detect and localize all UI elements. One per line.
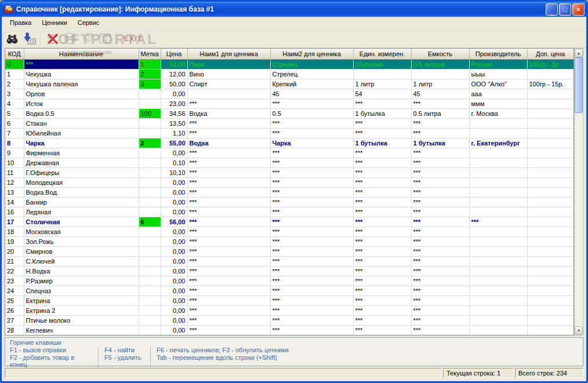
cell-unit[interactable]: *** (353, 315, 411, 325)
cell-name[interactable]: Кеглевич (24, 325, 139, 335)
cell-unit[interactable]: *** (353, 118, 411, 128)
cell-naim2[interactable]: 0.5 (270, 108, 353, 118)
cell-capacity[interactable]: 0.5 литра (411, 108, 469, 118)
cell-metka[interactable] (139, 167, 161, 177)
cell-naim1[interactable]: *** (187, 227, 270, 236)
cell-naim2[interactable]: *** (270, 148, 353, 158)
cell-kod[interactable]: 5 (5, 108, 24, 118)
cell-unit[interactable]: *** (353, 325, 411, 335)
cell-kod[interactable]: 19 (5, 236, 24, 246)
cell-dop-price[interactable] (527, 108, 574, 118)
col-header-dop-cena[interactable]: Доп. цена (527, 49, 574, 59)
cell-metka[interactable] (139, 266, 161, 276)
cell-naim1[interactable]: Водка (187, 108, 270, 118)
cell-naim2[interactable]: *** (270, 128, 353, 138)
cell-kod[interactable]: 16 (5, 207, 24, 217)
cell-price[interactable]: 0,00 (161, 266, 187, 276)
cell-unit[interactable]: *** (353, 227, 411, 236)
cell-naim1[interactable]: *** (187, 197, 270, 207)
menu-item-servis[interactable]: Сервис (72, 18, 105, 27)
cell-unit[interactable]: *** (353, 236, 411, 246)
col-header-naim2[interactable]: Наим2 для ценника (270, 49, 353, 59)
cell-unit[interactable]: *** (353, 197, 411, 207)
cell-kod[interactable]: 12 (5, 177, 24, 187)
cell-unit[interactable]: *** (353, 128, 411, 138)
cell-naim1[interactable]: *** (187, 325, 270, 335)
cell-dop-price[interactable] (527, 207, 574, 217)
cell-price[interactable]: 0,00 (161, 305, 187, 315)
cell-metka[interactable]: 100 (139, 108, 161, 118)
cell-unit[interactable]: 1бутылка (353, 59, 411, 69)
table-row[interactable]: 27Птичье молоко0,00************ (5, 315, 574, 325)
cell-name[interactable]: Н.Водка (24, 266, 139, 276)
cell-dop-price[interactable] (527, 69, 574, 79)
cell-naim2[interactable]: *** (270, 167, 353, 177)
exit-button[interactable]: EXIT (120, 31, 146, 46)
minimize-button[interactable]: _ (546, 3, 558, 16)
table-row[interactable]: 28Кеглевич0,00************ (5, 325, 574, 335)
cell-naim1[interactable]: *** (187, 305, 270, 315)
cell-naim2[interactable]: Крепкий (270, 79, 353, 89)
cell-unit[interactable]: *** (353, 187, 411, 197)
cell-naim1[interactable]: *** (187, 236, 270, 246)
cell-naim1[interactable]: Пиво (187, 59, 270, 69)
cell-kod[interactable]: 28 (5, 325, 24, 335)
cell-naim1[interactable]: *** (187, 246, 270, 256)
cell-kod[interactable]: 8 (5, 138, 24, 148)
cell-naim1[interactable] (187, 89, 270, 99)
cell-capacity[interactable]: *** (411, 266, 469, 276)
cell-name[interactable]: Банкир (24, 197, 139, 207)
cell-kod[interactable]: 20 (5, 246, 24, 256)
cell-producer[interactable]: *** (469, 217, 527, 227)
cell-kod[interactable]: 23 (5, 276, 24, 286)
cell-capacity[interactable]: *** (411, 286, 469, 296)
col-header-emkost[interactable]: Емкость (411, 49, 469, 59)
table-row[interactable]: 5Водка 0.510034,56Водка0.51 бутылка0.5 л… (5, 108, 574, 118)
cell-price[interactable]: 0,00 (161, 246, 187, 256)
cell-naim1[interactable]: *** (187, 128, 270, 138)
cell-metka[interactable] (139, 246, 161, 256)
cell-capacity[interactable]: 0.5 литров (411, 59, 469, 69)
cell-price[interactable]: 55,00 (161, 138, 187, 148)
col-header-metka[interactable]: Метка (139, 49, 161, 59)
cell-price[interactable]: 56,00 (161, 217, 187, 227)
cell-price[interactable]: 12,00 (161, 69, 187, 79)
cell-price[interactable]: 34,56 (161, 108, 187, 118)
cell-price[interactable]: 50,00 (161, 79, 187, 89)
cell-unit[interactable]: *** (353, 305, 411, 315)
cell-name[interactable]: *** (24, 59, 139, 69)
cell-naim2[interactable]: *** (270, 99, 353, 108)
cell-metka[interactable] (139, 177, 161, 187)
cell-producer[interactable] (469, 187, 527, 197)
cell-price[interactable]: 23,00 (161, 99, 187, 108)
cell-capacity[interactable] (411, 69, 469, 79)
cell-metka[interactable] (139, 99, 161, 108)
cell-capacity[interactable]: *** (411, 276, 469, 286)
cell-capacity[interactable]: 1 литр (411, 79, 469, 89)
cell-capacity[interactable]: *** (411, 167, 469, 177)
cell-kod[interactable]: 10 (5, 158, 24, 167)
cell-dop-price[interactable] (527, 305, 574, 315)
cell-kod[interactable]: 22 (5, 266, 24, 276)
cell-metka[interactable] (139, 276, 161, 286)
cell-metka[interactable]: 1 (139, 59, 161, 69)
cell-dop-price[interactable] (527, 118, 574, 128)
cell-producer[interactable]: Россия (469, 59, 527, 69)
cell-producer[interactable] (469, 118, 527, 128)
cell-naim2[interactable]: *** (270, 266, 353, 276)
cell-dop-price[interactable] (527, 177, 574, 187)
cell-producer[interactable] (469, 158, 527, 167)
cell-producer[interactable] (469, 148, 527, 158)
cell-naim2[interactable]: *** (270, 227, 353, 236)
cell-price[interactable]: 0,00 (161, 315, 187, 325)
cell-producer[interactable]: ООО "Алко" (469, 79, 527, 89)
cell-naim1[interactable]: Водка (187, 138, 270, 148)
cell-producer[interactable] (469, 276, 527, 286)
cell-price[interactable]: 0,00 (161, 325, 187, 335)
cell-unit[interactable] (353, 69, 411, 79)
col-header-proizvoditel[interactable]: Производитель (469, 49, 527, 59)
cell-naim1[interactable]: *** (187, 315, 270, 325)
cell-price[interactable]: 0,00 (161, 89, 187, 99)
cell-name[interactable]: Молодецкая (24, 177, 139, 187)
cell-kod[interactable]: 3 (5, 89, 24, 99)
